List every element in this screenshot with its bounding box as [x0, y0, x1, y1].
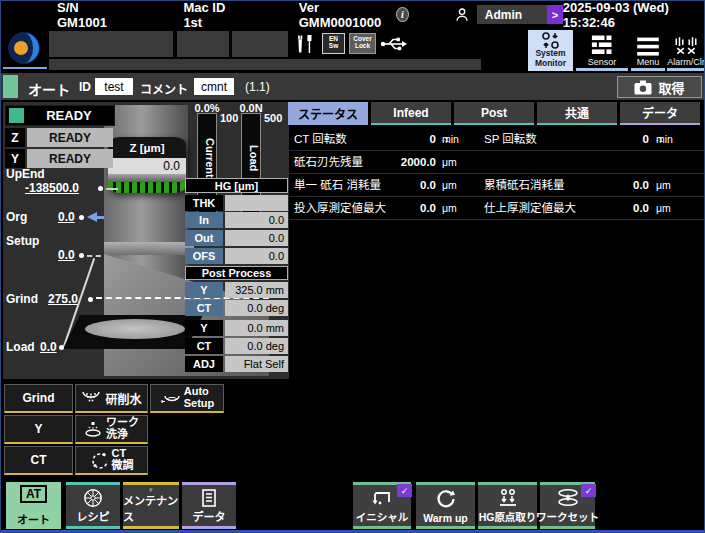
tools-icon[interactable] — [293, 32, 317, 56]
sensor-button[interactable]: Sensor — [576, 30, 628, 71]
header-button-3[interactable] — [232, 31, 288, 57]
header-button-2[interactable] — [177, 31, 229, 57]
info-icon[interactable]: i — [396, 7, 409, 22]
ct-fine-icon — [90, 451, 108, 469]
hg-out-label: Out — [185, 230, 223, 246]
ct-fine-button[interactable]: CT微調 — [75, 446, 148, 475]
hg-thk-label: THK — [185, 195, 223, 211]
comment-label: コメント — [140, 80, 188, 97]
grind-label: Grind — [6, 292, 38, 306]
post-process-header: Post Process — [185, 266, 288, 280]
nav-maintenance-button[interactable]: メンテナンス — [123, 482, 179, 529]
chevron-right-icon — [547, 5, 563, 24]
auto-setup-label: AutoSetup — [184, 386, 215, 409]
cover-lock-bottom: Lock — [352, 42, 373, 49]
y-jog-button[interactable]: Y — [4, 415, 73, 444]
initial-icon — [370, 488, 394, 508]
nav-auto-button[interactable]: AT オート — [6, 482, 61, 529]
setup-value: 0.0 — [58, 248, 75, 262]
table-row: 投入厚測定値最大0.0 μm 仕上厚測定値最大0.0 μm — [289, 197, 704, 220]
nav-maintenance-label: メンテナンス — [123, 492, 179, 524]
user-select[interactable]: Admin — [477, 5, 563, 24]
hg-origin-button[interactable]: HG原点取り — [478, 482, 537, 529]
system-monitor-button[interactable]: System Monitor — [528, 30, 573, 71]
work-set-label: ワークセット — [536, 509, 599, 524]
auto-setup-button[interactable]: AutoSetup — [150, 384, 224, 413]
z-axis-label: Z — [5, 128, 25, 147]
adj-label: ADJ — [185, 356, 223, 372]
adj-field: Flat Self — [225, 356, 288, 372]
org-arrow-tail — [96, 216, 104, 219]
tab-post[interactable]: Post — [454, 102, 534, 125]
hg-origin-label: HG原点取り — [479, 509, 537, 524]
grind-button[interactable]: Grind — [4, 384, 73, 413]
menu-icon — [636, 35, 660, 57]
menu-button[interactable]: Menu — [631, 30, 665, 71]
nav-recipe-label: レシピ — [77, 508, 110, 524]
warmup-icon — [435, 488, 457, 510]
y-axis-label: Y — [5, 149, 25, 168]
alarm-clear-button[interactable]: Alarm/Clr — [667, 30, 705, 71]
org-dot — [79, 215, 84, 220]
grind-dot — [88, 297, 93, 302]
z-axis-status: READY — [27, 128, 113, 147]
capture-button[interactable]: 取得 — [617, 76, 702, 98]
y-pos-unit: mm — [266, 322, 284, 334]
recipe-number: (1.1) — [245, 80, 270, 94]
sensor-icon — [589, 33, 615, 57]
data-document-icon — [199, 488, 219, 508]
ct-fine-label: CT微調 — [112, 448, 134, 471]
post-y-field: 325.0mm — [225, 282, 288, 298]
tab-status[interactable]: ステータス — [288, 102, 368, 125]
wafer — [85, 319, 185, 339]
ct-pos-label: CT — [185, 338, 223, 354]
status-green-indicator — [9, 108, 24, 123]
org-value: 0.0 — [58, 210, 75, 224]
work-wash-icon — [84, 421, 102, 438]
hg-header: HG [μm] — [185, 178, 288, 193]
y-pos-label: Y — [185, 320, 223, 336]
nav-recipe-button[interactable]: レシピ — [66, 482, 120, 529]
window-bottom-edge — [1, 530, 704, 532]
recipe-bar: オート ID test コメント cmnt (1.1) — [1, 73, 705, 100]
system-monitor-icon — [541, 32, 561, 49]
logo-underline — [3, 67, 47, 69]
adj-value: Flat Self — [244, 358, 284, 370]
header-button-1[interactable] — [49, 31, 173, 57]
upend-dot — [98, 186, 103, 191]
tab-infeed[interactable]: Infeed — [371, 102, 451, 125]
load-label: Load — [6, 340, 35, 354]
en-sw-icon[interactable]: EN Sw — [322, 33, 345, 54]
work-wash-label: ワーク洗浄 — [106, 417, 139, 440]
ct-jog-button[interactable]: CT — [4, 446, 73, 475]
warmup-label: Warm up — [423, 512, 468, 524]
cover-lock-icon[interactable]: Cover Lock — [349, 33, 376, 54]
ct-pos-value: 0.0 — [247, 340, 262, 352]
main-status: READY — [5, 105, 115, 126]
work-wash-button[interactable]: ワーク洗浄 — [75, 415, 148, 444]
upend-label: UpEnd — [6, 167, 45, 181]
grinding-wheel — [108, 182, 186, 193]
org-label: Org — [6, 210, 27, 224]
nav-data-button[interactable]: データ — [182, 482, 236, 529]
datetime: 2025-09-03 (Wed) 15:32:46 — [563, 0, 697, 30]
comment-value-field[interactable]: cmnt — [194, 78, 234, 95]
id-value-field[interactable]: test — [95, 78, 133, 95]
work-set-button[interactable]: ワークセット — [540, 482, 595, 529]
hg-in-field: 0.0 — [225, 212, 288, 228]
hg-in-label: In — [185, 212, 223, 228]
tab-data[interactable]: データ — [620, 102, 700, 125]
coolant-button[interactable]: 研削水 — [75, 384, 148, 413]
coolant-label: 研削水 — [105, 390, 141, 407]
en-sw-bottom: Sw — [325, 42, 342, 49]
tab-common[interactable]: 共通 — [537, 102, 617, 125]
load-value: 0.0 — [40, 340, 57, 354]
table-row: CT 回転数0 min-1 SP 回転数0 min-1 — [289, 128, 704, 151]
cover-lock-top: Cover — [352, 35, 373, 42]
warmup-button[interactable]: Warm up — [416, 482, 475, 529]
setup-label: Setup — [6, 234, 39, 248]
spindle-graphic: Z [μm] 0.0 — [108, 137, 186, 193]
usb-icon[interactable] — [380, 34, 408, 53]
work-set-icon — [556, 488, 580, 508]
initial-button[interactable]: イニシャル — [353, 482, 411, 529]
